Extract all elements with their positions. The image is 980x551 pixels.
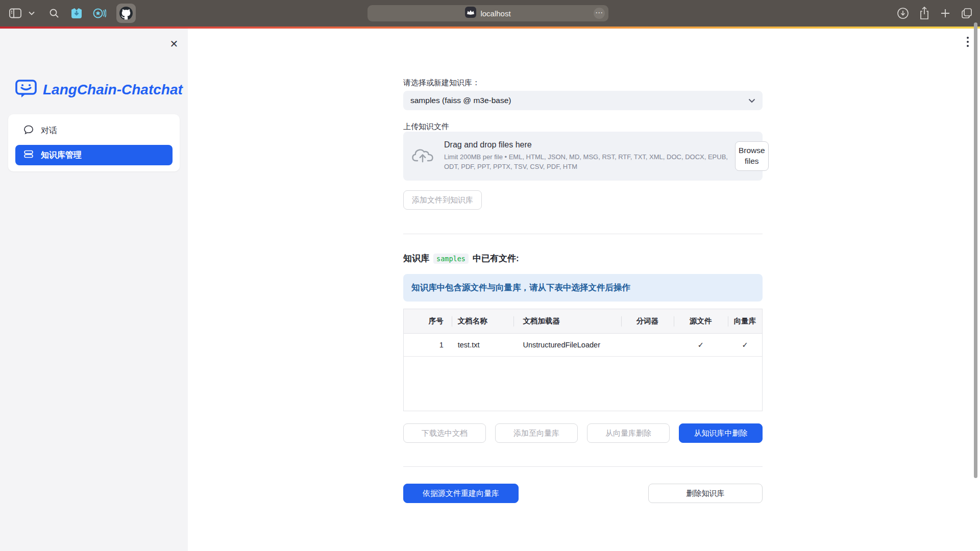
- cell-index: 1: [404, 334, 452, 356]
- tab-overview-icon[interactable]: [961, 7, 973, 19]
- browser-toolbar: localhost ⋯: [0, 0, 980, 27]
- page-options-icon[interactable]: ⋯: [594, 8, 605, 19]
- cell-loader: UnstructuredFileLoader: [513, 334, 621, 356]
- col-header-vector: 向量库: [728, 309, 762, 333]
- kb-heading-suffix: 中已有文件:: [473, 253, 519, 264]
- downloads-icon[interactable]: [897, 7, 909, 19]
- cell-splitter: [621, 334, 674, 356]
- add-files-to-kb-button[interactable]: 添加文件到知识库: [403, 190, 482, 210]
- browse-files-button[interactable]: Browse files: [735, 141, 769, 171]
- share-icon[interactable]: [919, 7, 930, 20]
- info-banner: 知识库中包含源文件与向量库，请从下表中选择文件后操作: [403, 274, 763, 302]
- url-text: localhost: [480, 9, 510, 18]
- kb-name-code: samples: [433, 254, 469, 264]
- col-header-source: 源文件: [674, 309, 728, 333]
- database-icon: [23, 149, 34, 161]
- upload-section-label: 上传知识文件: [403, 121, 763, 132]
- col-header-splitter: 分词器: [621, 309, 674, 333]
- col-header-loader: 文档加载器: [513, 309, 621, 333]
- kb-heading-prefix: 知识库: [403, 253, 429, 264]
- kb-files-heading: 知识库 samples 中已有文件:: [403, 253, 763, 264]
- delete-from-vector-store-button[interactable]: 从向量库删除: [587, 423, 670, 443]
- file-dropzone[interactable]: Drag and drop files here Limit 200MB per…: [403, 132, 763, 181]
- table-header-row: 序号 文档名称 文档加载器 分词器 源文件 向量库: [404, 309, 762, 334]
- chevron-down-icon: [748, 96, 755, 105]
- new-tab-icon[interactable]: [940, 8, 951, 19]
- pinned-tab-cyan-download-icon[interactable]: [70, 8, 83, 19]
- github-tab-icon[interactable]: [116, 4, 136, 23]
- delete-kb-button[interactable]: 删除知识库: [648, 484, 763, 503]
- kb-select-label: 请选择或新建知识库：: [403, 78, 763, 88]
- sidebar-item-label: 对话: [41, 126, 57, 136]
- sidebar: ✕ LangChain-Chatchat 对话: [0, 29, 188, 551]
- check-icon: ✓: [728, 334, 762, 356]
- page-scrollbar[interactable]: [974, 22, 977, 478]
- app-menu-icon[interactable]: [965, 35, 971, 49]
- dropzone-limit-text: Limit 200MB per file • EML, HTML, JSON, …: [444, 153, 735, 172]
- app-logo: LangChain-Chatchat: [15, 79, 183, 101]
- pinned-tab-cyan-star-icon[interactable]: [93, 8, 106, 19]
- sidebar-item-label: 知识库管理: [41, 150, 82, 161]
- dropzone-title: Drag and drop files here: [444, 140, 735, 149]
- site-favicon: [465, 7, 476, 20]
- logo-chat-bubble-icon: [15, 79, 37, 101]
- delete-from-kb-button[interactable]: 从知识库中删除: [679, 423, 763, 443]
- sidebar-nav: 对话 知识库管理: [8, 114, 180, 171]
- table-row[interactable]: 1 test.txt UnstructuredFileLoader ✓ ✓: [404, 334, 762, 357]
- kb-files-table[interactable]: 序号 文档名称 文档加载器 分词器 源文件 向量库 1 test.txt Uns…: [403, 309, 763, 411]
- sidebar-item-knowledge-base[interactable]: 知识库管理: [15, 145, 173, 165]
- kb-actions: 依据源文件重建向量库 删除知识库: [403, 484, 763, 503]
- search-icon[interactable]: [49, 8, 59, 18]
- check-icon: ✓: [674, 334, 728, 356]
- kb-select[interactable]: samples (faiss @ m3e-base): [403, 91, 763, 110]
- col-header-name: 文档名称: [452, 309, 514, 333]
- chat-bubble-icon: [23, 124, 34, 137]
- rebuild-vector-store-button[interactable]: 依据源文件重建向量库: [403, 484, 519, 503]
- address-bar[interactable]: localhost ⋯: [368, 5, 608, 21]
- section-divider: [403, 234, 763, 234]
- sidebar-item-dialogue[interactable]: 对话: [15, 120, 173, 141]
- kb-select-value: samples (faiss @ m3e-base): [410, 96, 748, 105]
- download-selected-button[interactable]: 下载选中文档: [403, 423, 486, 443]
- cloud-upload-icon: [411, 146, 434, 166]
- col-header-index: 序号: [404, 309, 452, 333]
- add-to-vector-store-button[interactable]: 添加至向量库: [495, 423, 578, 443]
- sidebar-close-icon[interactable]: ✕: [166, 36, 182, 52]
- chevron-down-icon[interactable]: [29, 11, 35, 15]
- section-divider: [403, 466, 763, 467]
- sidebar-toggle-icon[interactable]: [9, 8, 21, 18]
- cell-name: test.txt: [452, 334, 514, 356]
- info-banner-text: 知识库中包含源文件与向量库，请从下表中选择文件后操作: [411, 282, 630, 293]
- main-area: 请选择或新建知识库： samples (faiss @ m3e-base) 上传…: [188, 29, 980, 551]
- file-actions: 下载选中文档 添加至向量库 从向量库删除 从知识库中删除: [403, 423, 763, 443]
- logo-text: LangChain-Chatchat: [43, 82, 183, 98]
